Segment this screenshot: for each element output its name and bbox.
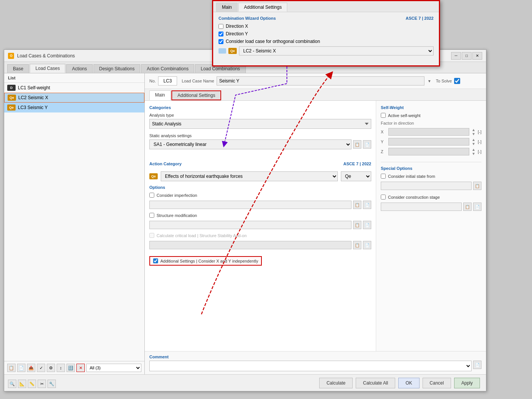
- bottom-tool-2[interactable]: 📐: [18, 380, 26, 388]
- export-list-btn[interactable]: 📤: [27, 364, 35, 372]
- tab-base[interactable]: Base: [7, 64, 29, 73]
- cancel-button[interactable]: Cancel: [423, 378, 451, 388]
- static-settings-select[interactable]: SA1 - Geometrically linear: [149, 139, 352, 149]
- factor-direction-label: Factor in direction: [381, 121, 481, 125]
- list-footer: 📋 📄 📤 ✓ ⚙ ↕ 🔢 ✕ All (3): [4, 361, 144, 374]
- structure-mod-input[interactable]: [149, 221, 352, 229]
- bottom-bar: 🔍 📐 📏 ✂ 🔧 Calculate Calculate All OK Can…: [4, 374, 486, 391]
- imperfection-input[interactable]: [149, 201, 352, 209]
- popup-direction-y-checkbox[interactable]: [218, 32, 223, 36]
- comment-btn[interactable]: 📄: [473, 361, 481, 369]
- popup-tab-main[interactable]: Main: [216, 3, 238, 12]
- analysis-type-select[interactable]: Static Analysis: [149, 119, 371, 129]
- action-code-select[interactable]: Qe: [341, 171, 371, 181]
- popup-tab-additional-settings[interactable]: Additional Settings: [238, 3, 287, 12]
- sort-num-btn[interactable]: 🔢: [66, 364, 75, 372]
- factor-y-input: [388, 138, 469, 146]
- form-content: Categories Analysis type Static Analysis…: [145, 101, 486, 351]
- close-button[interactable]: ✕: [472, 52, 482, 60]
- structure-modification-checkbox[interactable]: [149, 213, 154, 218]
- static-settings-btn2[interactable]: 📄: [363, 140, 371, 149]
- bottom-tool-3[interactable]: 📏: [28, 380, 36, 388]
- sort-az-btn[interactable]: ↕: [57, 364, 65, 372]
- tab-load-cases[interactable]: Load Cases: [30, 64, 65, 73]
- divider: [381, 162, 481, 162]
- construction-stage-btn2[interactable]: 📄: [473, 203, 481, 211]
- popup-orthogonal-row: Consider load case for orthogonal combin…: [218, 39, 434, 44]
- factor-z-stepper[interactable]: ▲▼: [472, 147, 475, 156]
- analysis-type-label: Analysis type: [149, 113, 371, 117]
- imperfection-btn1[interactable]: 📋: [353, 201, 361, 209]
- consider-imperfection-checkbox[interactable]: [149, 193, 154, 198]
- factor-z-unit: [-]: [478, 149, 481, 154]
- comment-input[interactable]: [149, 361, 472, 371]
- factor-y-stepper[interactable]: ▲▼: [472, 138, 475, 146]
- ok-button[interactable]: OK: [398, 378, 419, 388]
- bottom-tool-4[interactable]: ✂: [38, 380, 46, 388]
- to-solve-checkbox[interactable]: [454, 78, 460, 84]
- name-dropdown-icon: ▼: [428, 79, 431, 83]
- construction-stage-input[interactable]: [381, 203, 462, 211]
- popup-direction-x-checkbox[interactable]: [218, 24, 223, 29]
- factor-x-row: X ▲▼ [-]: [381, 128, 481, 136]
- action-category-section: Action Category ASCE 7 | 2022 Qe Effects…: [149, 162, 371, 181]
- popup-section-label: Combination Wizard Options: [218, 16, 276, 21]
- popup-section-header: Combination Wizard Options ASCE 7 | 2022: [218, 16, 434, 21]
- popup-lc-select[interactable]: LC2 - Seismic X: [239, 46, 434, 55]
- active-self-weight-checkbox[interactable]: [381, 113, 386, 118]
- structure-mod-btn2[interactable]: 📄: [363, 221, 371, 229]
- comment-label: Comment: [149, 355, 481, 359]
- tab-actions[interactable]: Actions: [66, 64, 92, 73]
- additional-settings-checkbox[interactable]: [153, 258, 158, 263]
- construction-stage-checkbox[interactable]: [381, 195, 386, 200]
- list-item-lc1[interactable]: D LC1 Self-weight: [4, 83, 144, 93]
- name-input[interactable]: [217, 76, 424, 86]
- static-settings-btn1[interactable]: 📋: [353, 140, 361, 149]
- copy-list-btn[interactable]: 📄: [17, 364, 25, 372]
- axis-y-label: Y: [381, 139, 386, 144]
- bottom-toolbar: 🔍 📐 📏 ✂ 🔧: [8, 380, 56, 388]
- inner-tab-main[interactable]: Main: [149, 90, 171, 100]
- initial-state-btn[interactable]: 📋: [473, 182, 481, 190]
- tab-design-situations[interactable]: Design Situations: [93, 64, 140, 73]
- list-item-lc3[interactable]: Qe LC3 Seismic Y: [4, 103, 144, 112]
- inner-tab-additional-settings[interactable]: Additional Settings: [171, 90, 221, 100]
- bottom-tool-1[interactable]: 🔍: [8, 380, 16, 388]
- delete-list-btn[interactable]: ✕: [76, 364, 85, 372]
- maximize-button[interactable]: □: [462, 52, 472, 60]
- factor-x-stepper[interactable]: ▲▼: [472, 128, 475, 136]
- consider-imperfection-row: Consider imperfection: [149, 193, 371, 198]
- filter-select[interactable]: All (3): [86, 364, 141, 372]
- action-category-select[interactable]: Effects of horizontal earthquake forces: [161, 171, 338, 181]
- check-list-btn[interactable]: ✓: [37, 364, 45, 372]
- settings-list-btn[interactable]: ⚙: [47, 364, 55, 372]
- static-settings-row: SA1 - Geometrically linear 📋 📄: [149, 139, 371, 149]
- imperfection-btn2[interactable]: 📄: [363, 201, 371, 209]
- critical-load-checkbox[interactable]: [149, 233, 154, 238]
- popup-dropdown-icon: [218, 48, 226, 54]
- action-category-title: Action Category: [149, 162, 182, 166]
- action-category-code: ASCE 7 | 2022: [344, 162, 371, 169]
- critical-load-input: [149, 241, 352, 249]
- initial-state-checkbox[interactable]: [381, 174, 386, 179]
- list-item-lc2[interactable]: Qe LC2 Seismic X: [4, 93, 144, 103]
- initial-state-input[interactable]: [381, 182, 472, 190]
- apply-button[interactable]: Apply: [454, 378, 480, 388]
- popup-orthogonal-checkbox[interactable]: [218, 39, 223, 44]
- critical-load-input-row: 📋 📄: [149, 241, 371, 249]
- bottom-tool-5[interactable]: 🔧: [48, 380, 56, 388]
- tab-action-combinations[interactable]: Action Combinations: [141, 64, 194, 73]
- minimize-button[interactable]: ─: [451, 52, 461, 60]
- calculate-button[interactable]: Calculate: [319, 378, 353, 388]
- additional-settings-label: Additional Settings | Consider X and Y i…: [160, 259, 258, 263]
- no-input[interactable]: [158, 76, 177, 86]
- critical-load-btn2[interactable]: 📄: [363, 241, 371, 249]
- critical-load-btn1[interactable]: 📋: [353, 241, 361, 249]
- add-list-btn[interactable]: 📋: [7, 364, 16, 372]
- calculate-all-button[interactable]: Calculate All: [356, 378, 395, 388]
- axis-z-label: Z: [381, 149, 386, 154]
- structure-mod-btn1[interactable]: 📋: [353, 221, 361, 229]
- construction-stage-btn1[interactable]: 📋: [463, 203, 472, 211]
- list-header: List: [4, 73, 144, 83]
- comment-section: Comment 📄: [145, 351, 486, 374]
